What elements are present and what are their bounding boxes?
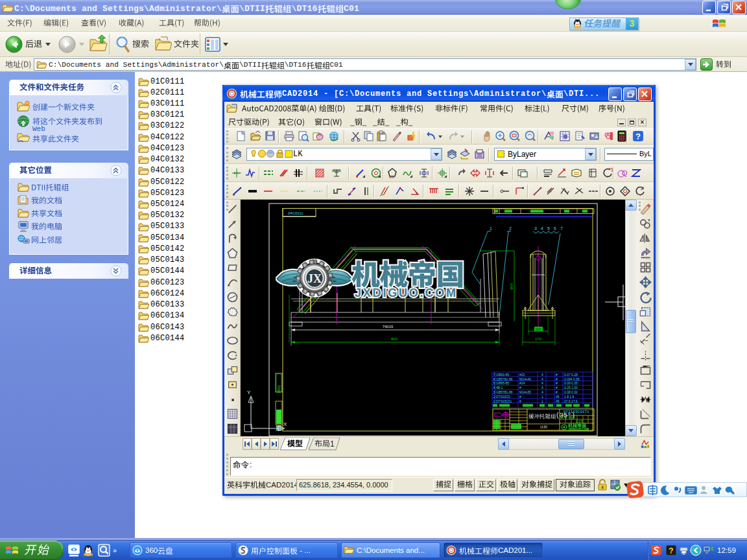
svg-text:#: # bbox=[519, 399, 521, 403]
svg-text:6: 6 bbox=[554, 226, 556, 231]
svg-text:4: 4 bbox=[541, 377, 543, 381]
svg-text:Q: Q bbox=[622, 169, 628, 177]
svg-text:JXDIGUO.COM: JXDIGUO.COM bbox=[355, 286, 458, 299]
svg-text:0.08 0.32: 0.08 0.32 bbox=[564, 390, 578, 394]
svg-text:?: ? bbox=[669, 546, 673, 555]
svg-text:4: 4 bbox=[541, 226, 543, 231]
svg-text:170: 170 bbox=[535, 337, 542, 341]
svg-text:0.09 0.35: 0.09 0.35 bbox=[564, 381, 578, 385]
svg-text:3: 3 bbox=[534, 226, 537, 231]
svg-text:#: # bbox=[519, 395, 521, 399]
svg-text:4: 4 bbox=[541, 390, 543, 394]
svg-text:04C0111: 04C0111 bbox=[288, 211, 303, 215]
svg-text:DTII03C5: DTII03C5 bbox=[496, 395, 510, 399]
svg-text:#15: #15 bbox=[519, 373, 525, 377]
svg-text:#: # bbox=[556, 377, 558, 381]
svg-text:#: # bbox=[556, 390, 558, 394]
svg-text:4B-1: 4B-1 bbox=[496, 386, 503, 390]
svg-text:JX: JX bbox=[307, 272, 322, 285]
svg-text:2: 2 bbox=[493, 395, 495, 399]
svg-text:0.094 0.38: 0.094 0.38 bbox=[564, 377, 580, 381]
svg-text:1: 1 bbox=[541, 399, 543, 403]
svg-text:1: 1 bbox=[493, 399, 495, 403]
svg-text:5: 5 bbox=[547, 226, 550, 231]
svg-text:27.6 27.6: 27.6 27.6 bbox=[564, 399, 578, 403]
svg-text:3: 3 bbox=[493, 390, 495, 394]
svg-text:Y: Y bbox=[247, 390, 251, 395]
svg-text:2: 2 bbox=[509, 226, 512, 231]
svg-text:100: 100 bbox=[535, 327, 541, 331]
svg-text:1.8 1.8: 1.8 1.8 bbox=[564, 395, 575, 399]
svg-text:45: 45 bbox=[556, 395, 560, 399]
svg-text:#: # bbox=[556, 373, 558, 377]
svg-text:5: 5 bbox=[493, 381, 495, 385]
svg-text:0.25 1.00: 0.25 1.00 bbox=[564, 386, 578, 390]
svg-text:7: 7 bbox=[560, 226, 563, 231]
svg-text:4: 4 bbox=[541, 386, 543, 390]
svg-text:6: 6 bbox=[493, 377, 495, 381]
svg-text:M14x45: M14x45 bbox=[519, 377, 531, 381]
svg-text:1: 1 bbox=[541, 395, 543, 399]
svg-text:08X1: 08X1 bbox=[277, 385, 281, 393]
svg-text:7: 7 bbox=[493, 373, 495, 377]
svg-text:45: 45 bbox=[556, 399, 560, 403]
svg-text:4: 4 bbox=[493, 386, 495, 390]
svg-text:74015: 74015 bbox=[383, 325, 394, 329]
svg-text:955: 955 bbox=[510, 283, 514, 290]
svg-text:?: ? bbox=[635, 132, 641, 141]
svg-text:0.07 0.28: 0.07 0.28 bbox=[564, 373, 578, 377]
svg-text:GB93-85: GB93-85 bbox=[496, 373, 509, 377]
svg-text:#14: #14 bbox=[519, 381, 525, 385]
svg-text:4: 4 bbox=[541, 373, 543, 377]
svg-text:800: 800 bbox=[391, 337, 398, 341]
svg-text:GB95-85: GB95-85 bbox=[496, 381, 509, 385]
svg-text:GB5782-86: GB5782-86 bbox=[496, 377, 513, 381]
svg-text:#: # bbox=[556, 381, 558, 385]
svg-text:GB5781-86: GB5781-86 bbox=[496, 390, 513, 394]
svg-text:M14x35: M14x35 bbox=[519, 390, 531, 394]
svg-text:1: 1 bbox=[490, 226, 492, 231]
svg-text:#: # bbox=[556, 386, 558, 390]
svg-text:DTII03C01: DTII03C01 bbox=[496, 399, 512, 403]
svg-text:#: # bbox=[519, 386, 521, 390]
svg-text:4: 4 bbox=[541, 381, 543, 385]
svg-text:X: X bbox=[283, 421, 287, 427]
